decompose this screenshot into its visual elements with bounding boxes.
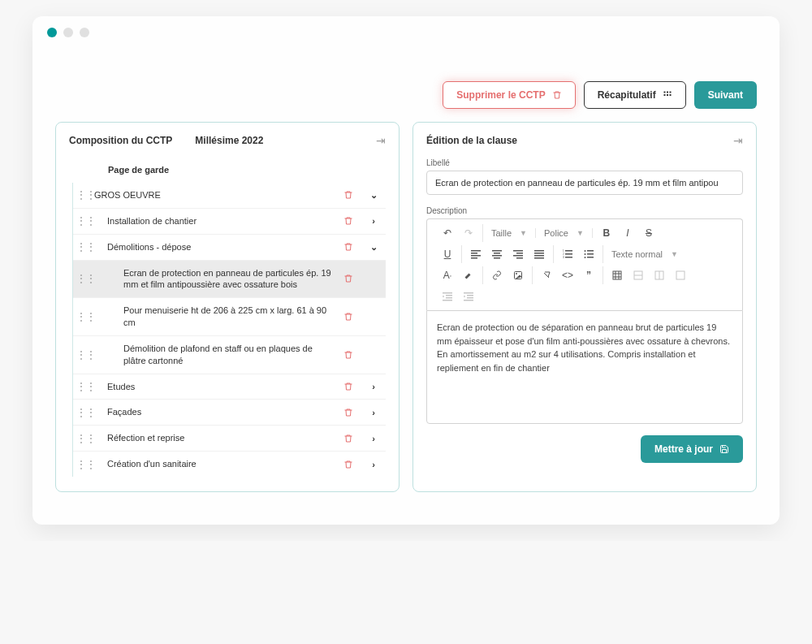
tree-row-demolitions[interactable]: ⋮⋮ Démolitions - dépose ⌄ (73, 235, 386, 261)
next-button[interactable]: Suivant (694, 81, 757, 109)
svg-rect-2 (669, 92, 671, 93)
row-label: Ecran de protection en panneau de partic… (94, 267, 335, 292)
libelle-input[interactable] (426, 171, 743, 195)
trash-icon[interactable] (343, 382, 358, 391)
outdent-icon[interactable] (438, 287, 456, 305)
tree-row-menuiserie[interactable]: ⋮⋮ Pour menuiserie ht de 206 à 225 cm x … (73, 298, 386, 336)
link-icon[interactable] (488, 266, 506, 284)
unordered-list-icon[interactable] (580, 245, 598, 263)
highlight-icon[interactable] (460, 266, 477, 284)
align-left-icon[interactable] (467, 245, 485, 263)
svg-rect-20 (534, 255, 544, 257)
chevron-down-icon[interactable]: ⌄ (366, 190, 381, 201)
drag-handle-icon[interactable]: ⋮⋮ (76, 311, 86, 322)
editor-toolbar: ↶ ↷ Taille▼ Police▼ (426, 218, 743, 310)
tree-row-facades[interactable]: ⋮⋮ Façades › (73, 400, 386, 426)
align-center-icon[interactable] (488, 245, 506, 263)
svg-rect-51 (467, 295, 473, 296)
description-editor[interactable]: Ecran de protection ou de séparation en … (426, 310, 743, 424)
align-right-icon[interactable] (509, 245, 527, 263)
trash-icon[interactable] (343, 190, 358, 200)
table-cell-icon[interactable] (672, 266, 689, 284)
table-col-icon[interactable] (650, 266, 668, 284)
svg-rect-19 (534, 253, 544, 254)
row-label: Démolitions - dépose (94, 241, 335, 253)
trash-icon[interactable] (343, 216, 358, 226)
trash-icon[interactable] (343, 408, 358, 417)
tree-row-sanitaire[interactable]: ⋮⋮ Création d'un sanitaire › (73, 452, 386, 477)
strikethrough-icon[interactable]: S (640, 224, 658, 242)
chevron-right-icon[interactable]: › (366, 434, 381, 443)
italic-icon[interactable]: I (619, 224, 637, 242)
svg-rect-27 (565, 257, 572, 258)
chevron-right-icon[interactable]: › (366, 382, 381, 391)
svg-point-30 (585, 253, 586, 255)
ordered-list-icon[interactable]: 123 (559, 245, 577, 263)
drag-handle-icon[interactable]: ⋮⋮ (76, 459, 86, 470)
redo-icon[interactable]: ↷ (460, 224, 477, 242)
drag-handle-icon[interactable]: ⋮⋮ (76, 433, 86, 444)
trash-icon[interactable] (343, 460, 358, 469)
code-icon[interactable]: <> (559, 266, 577, 284)
trash-icon[interactable] (343, 434, 358, 443)
table-icon[interactable] (608, 266, 626, 284)
description-label: Description (426, 206, 743, 215)
image-icon[interactable] (509, 266, 527, 284)
traffic-light-dot (47, 28, 57, 37)
drag-handle-icon[interactable]: ⋮⋮ (76, 381, 86, 392)
indent-icon[interactable] (460, 287, 477, 305)
drag-handle-icon[interactable]: ⋮⋮ (76, 407, 86, 418)
tree-row-etudes[interactable]: ⋮⋮ Etudes › (73, 374, 386, 400)
collapse-icon[interactable]: ⇥ (376, 134, 386, 147)
recap-button[interactable]: Récapitulatif (584, 81, 686, 109)
undo-icon[interactable]: ↶ (438, 224, 456, 242)
tree-row-plafond[interactable]: ⋮⋮ Démolition de plafond en staff ou en … (73, 336, 386, 374)
svg-rect-10 (492, 250, 502, 252)
delete-cctp-button[interactable]: Supprimer le CCTP (443, 81, 575, 109)
tree-row-refection[interactable]: ⋮⋮ Réfection et reprise › (73, 426, 386, 452)
trash-icon[interactable] (343, 242, 358, 252)
drag-handle-icon[interactable]: ⋮⋮ (76, 215, 86, 227)
font-size-dropdown[interactable]: Taille▼ (488, 228, 530, 238)
tree-row-gros-oeuvre[interactable]: ⋮⋮ GROS OEUVRE ⌄ (73, 183, 386, 209)
svg-rect-15 (516, 253, 523, 254)
align-justify-icon[interactable] (530, 245, 548, 263)
font-family-dropdown[interactable]: Police▼ (541, 228, 587, 238)
quote-icon[interactable]: ” (580, 266, 598, 284)
app-content: Supprimer le CCTP Récapitulatif Suivant (32, 49, 780, 492)
collapse-icon[interactable]: ⇥ (733, 134, 743, 147)
button-label: Mettre à jour (654, 443, 713, 455)
tree-row-ecran[interactable]: ⋮⋮ Ecran de protection en panneau de par… (73, 261, 386, 299)
chevron-right-icon[interactable]: › (366, 460, 381, 469)
svg-rect-18 (534, 250, 544, 252)
page-de-garde[interactable]: Page de garde (69, 158, 386, 183)
svg-rect-12 (492, 255, 502, 257)
chevron-right-icon[interactable]: › (366, 408, 381, 417)
trash-icon[interactable] (343, 274, 358, 283)
panel-header: Édition de la clause ⇥ (426, 134, 743, 147)
trash-icon (552, 90, 562, 100)
text-style-dropdown[interactable]: Texte normal▼ (608, 249, 681, 259)
composition-tree: ⋮⋮ GROS OEUVRE ⌄ ⋮⋮ Installation de chan… (72, 183, 386, 477)
drag-handle-icon[interactable]: ⋮⋮ (76, 241, 86, 253)
libelle-label: Libellé (426, 158, 743, 167)
trash-icon[interactable] (343, 312, 358, 322)
underline-icon[interactable]: U (438, 245, 456, 263)
clear-format-icon[interactable] (538, 266, 555, 284)
bold-icon[interactable]: B (598, 224, 615, 242)
font-color-icon[interactable]: A◦ (438, 266, 456, 284)
button-label: Suivant (708, 89, 743, 101)
tree-row-installation[interactable]: ⋮⋮ Installation de chantier › (73, 209, 386, 235)
drag-handle-icon[interactable]: ⋮⋮ (76, 349, 86, 361)
grid-icon (663, 90, 672, 100)
update-button[interactable]: Mettre à jour (641, 435, 743, 463)
table-row-icon[interactable] (629, 266, 647, 284)
row-label: Installation de chantier (94, 215, 335, 227)
drag-handle-icon[interactable]: ⋮⋮ (76, 273, 86, 284)
svg-rect-48 (446, 297, 452, 299)
columns: Composition du CCTP Millésime 2022 ⇥ Pag… (55, 122, 757, 492)
trash-icon[interactable] (343, 350, 358, 360)
drag-handle-icon[interactable]: ⋮⋮ (76, 189, 86, 201)
chevron-right-icon[interactable]: › (366, 216, 381, 226)
chevron-down-icon[interactable]: ⌄ (366, 242, 381, 253)
